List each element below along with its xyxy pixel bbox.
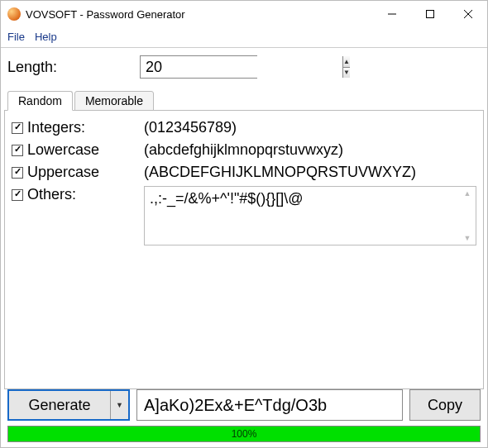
option-row-others: Others: .,:-_=/&%+^'!"#$(){}[]\@ ▲ ▼ — [12, 186, 476, 245]
scroll-down-icon: ▼ — [464, 234, 471, 242]
others-textarea[interactable]: .,:-_=/&%+^'!"#$(){}[]\@ ▲ ▼ — [144, 186, 476, 245]
length-spinner: ▲ ▼ — [140, 55, 257, 79]
app-icon — [7, 7, 21, 21]
option-row-uppercase: Uppercase (ABCDEFGHIJKLMNOPQRSTUVWXYZ) — [12, 164, 476, 181]
progress-bar: 100% — [7, 426, 481, 442]
scroll-up-icon: ▲ — [464, 189, 471, 198]
others-label: Others: — [27, 186, 76, 203]
integers-chars: (0123456789) — [144, 119, 476, 136]
lowercase-chars: (abcdefghijklmnopqrstuvwxyz) — [144, 141, 476, 159]
uppercase-label: Uppercase — [27, 164, 99, 181]
close-button[interactable] — [449, 1, 487, 27]
menu-help[interactable]: Help — [35, 31, 57, 43]
tab-random[interactable]: Random — [7, 91, 73, 111]
password-output[interactable] — [136, 389, 403, 421]
app-window: VOVSOFT - Password Generator File Help L… — [0, 0, 488, 448]
maximize-icon — [426, 10, 434, 18]
generate-split-button: Generate ▼ — [7, 389, 130, 421]
generate-row: Generate ▼ Copy — [7, 389, 481, 421]
length-input[interactable] — [141, 56, 342, 78]
titlebar: VOVSOFT - Password Generator — [1, 1, 487, 27]
progress-text: 100% — [232, 428, 257, 440]
length-down-button[interactable]: ▼ — [343, 68, 350, 79]
generate-dropdown-button[interactable]: ▼ — [110, 391, 128, 419]
integers-checkbox[interactable] — [12, 122, 23, 134]
menu-file[interactable]: File — [7, 31, 25, 43]
minimize-button[interactable] — [373, 1, 411, 27]
option-row-integers: Integers: (0123456789) — [12, 119, 476, 136]
uppercase-chars: (ABCDEFGHIJKLMNOPQRSTUVWXYZ) — [144, 164, 476, 181]
window-title: VOVSOFT - Password Generator — [26, 8, 185, 21]
length-spinner-buttons: ▲ ▼ — [342, 56, 350, 78]
others-checkbox[interactable] — [12, 189, 23, 201]
length-label: Length: — [7, 59, 140, 76]
uppercase-checkbox[interactable] — [12, 167, 23, 179]
others-scrollbar[interactable]: ▲ ▼ — [462, 189, 473, 242]
length-up-button[interactable]: ▲ — [343, 56, 350, 68]
bottom-bar: Generate ▼ Copy 100% — [1, 389, 487, 447]
others-chars: .,:-_=/&%+^'!"#$(){}[]\@ — [150, 190, 304, 207]
maximize-button[interactable] — [411, 1, 449, 27]
tabstrip: Random Memorable — [1, 89, 487, 111]
integers-label: Integers: — [27, 119, 85, 136]
length-row: Length: ▲ ▼ — [1, 48, 487, 81]
option-row-lowercase: Lowercase (abcdefghijklmnopqrstuvwxyz) — [12, 141, 476, 159]
lowercase-checkbox[interactable] — [12, 145, 23, 156]
close-icon — [464, 10, 472, 18]
generate-button[interactable]: Generate — [9, 391, 110, 419]
copy-button[interactable]: Copy — [409, 389, 481, 421]
svg-rect-1 — [427, 11, 434, 18]
tab-body-random: Integers: (0123456789) Lowercase (abcdef… — [4, 111, 484, 389]
lowercase-label: Lowercase — [27, 141, 99, 159]
tab-memorable[interactable]: Memorable — [74, 91, 154, 111]
minimize-icon — [388, 10, 396, 18]
menubar: File Help — [1, 27, 487, 45]
